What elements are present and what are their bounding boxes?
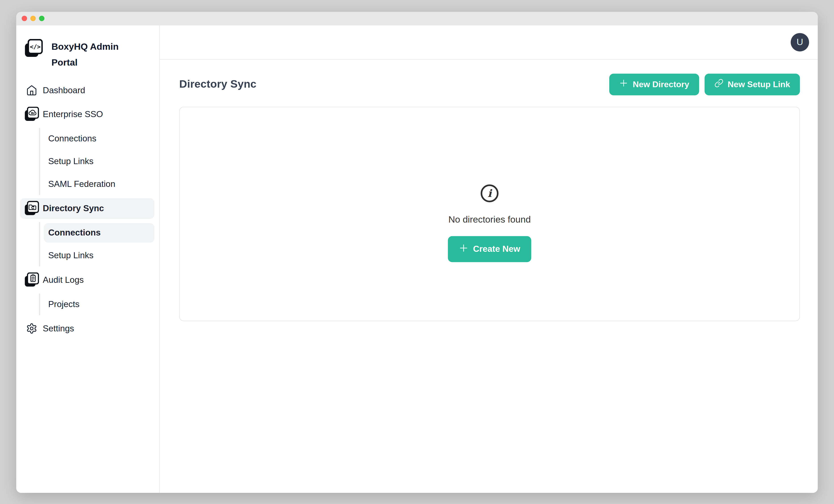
sidebar-item-label: Enterprise SSO xyxy=(43,109,103,119)
sidebar-item-label: Connections xyxy=(48,228,101,238)
sidebar-subgroup-directory-sync: Connections Setup Links xyxy=(39,222,154,266)
window-body: </> BoxyHQ Admin Portal Dashboard xyxy=(16,25,818,492)
topbar: U xyxy=(160,25,818,59)
sidebar: </> BoxyHQ Admin Portal Dashboard xyxy=(16,25,160,492)
app-window: </> BoxyHQ Admin Portal Dashboard xyxy=(16,12,818,492)
sidebar-nav: Dashboard Enterprise SSO xyxy=(16,80,159,339)
plus-icon xyxy=(619,79,629,90)
sidebar-item-dsync-connections[interactable]: Connections xyxy=(44,223,154,242)
main-area: U Directory Sync New Directory xyxy=(160,25,818,492)
info-icon: i xyxy=(480,184,499,204)
close-window-button[interactable] xyxy=(22,16,27,21)
link-icon xyxy=(714,79,723,90)
brand[interactable]: </> BoxyHQ Admin Portal xyxy=(24,39,152,70)
sidebar-item-enterprise-sso[interactable]: Enterprise SSO xyxy=(20,104,154,124)
minimize-window-button[interactable] xyxy=(30,16,36,21)
new-setup-link-button[interactable]: New Setup Link xyxy=(704,73,800,95)
directories-empty-card: i No directories found Create New xyxy=(179,106,800,321)
sidebar-item-label: SAML Federation xyxy=(48,179,115,189)
sidebar-item-saml-federation[interactable]: SAML Federation xyxy=(44,174,154,194)
sidebar-item-audit-logs[interactable]: Audit Logs xyxy=(20,269,154,290)
sidebar-item-label: Setup Links xyxy=(48,156,93,166)
sidebar-item-label: Connections xyxy=(48,134,96,144)
create-new-button[interactable]: Create New xyxy=(448,236,531,262)
sidebar-item-label: Audit Logs xyxy=(43,275,84,285)
sidebar-subgroup-enterprise-sso: Connections Setup Links SAML Federation xyxy=(39,128,154,195)
sidebar-subgroup-audit-logs: Projects xyxy=(39,293,154,315)
desktop: </> BoxyHQ Admin Portal Dashboard xyxy=(0,0,834,504)
sidebar-item-dsync-setup-links[interactable]: Setup Links xyxy=(44,245,154,265)
sidebar-item-sso-connections[interactable]: Connections xyxy=(44,129,154,148)
page-title: Directory Sync xyxy=(179,78,257,90)
sso-cloud-key-icon xyxy=(24,107,39,121)
create-new-label: Create New xyxy=(473,244,520,254)
window-titlebar xyxy=(16,12,818,25)
directory-sync-icon xyxy=(24,201,39,216)
brand-title: BoxyHQ Admin Portal xyxy=(51,39,133,70)
plus-icon xyxy=(459,243,469,255)
new-setup-link-label: New Setup Link xyxy=(728,80,790,89)
sidebar-item-sso-setup-links[interactable]: Setup Links xyxy=(44,151,154,171)
sidebar-item-directory-sync[interactable]: Directory Sync xyxy=(20,198,154,219)
boxyhq-logo-icon: </> xyxy=(24,39,43,59)
sidebar-item-label: Settings xyxy=(43,324,74,333)
sidebar-item-label: Dashboard xyxy=(43,85,85,95)
audit-logs-icon xyxy=(24,272,39,287)
sidebar-item-label: Projects xyxy=(48,299,80,309)
sidebar-item-label: Setup Links xyxy=(48,250,93,260)
content: Directory Sync New Directory xyxy=(160,59,818,321)
maximize-window-button[interactable] xyxy=(39,16,44,21)
home-icon xyxy=(24,85,39,96)
avatar[interactable]: U xyxy=(791,33,809,51)
empty-state-message: No directories found xyxy=(448,214,531,225)
sidebar-item-settings[interactable]: Settings xyxy=(20,318,154,339)
svg-text:</>: </> xyxy=(30,43,41,50)
gear-icon xyxy=(24,323,39,334)
svg-text:i: i xyxy=(488,187,492,199)
page-header: Directory Sync New Directory xyxy=(179,73,800,95)
sidebar-item-dashboard[interactable]: Dashboard xyxy=(20,80,154,100)
sidebar-item-label: Directory Sync xyxy=(43,203,104,213)
new-directory-label: New Directory xyxy=(633,80,689,89)
page-actions: New Directory New Setup Link xyxy=(610,73,800,95)
sidebar-item-projects[interactable]: Projects xyxy=(44,294,154,314)
new-directory-button[interactable]: New Directory xyxy=(610,73,699,95)
